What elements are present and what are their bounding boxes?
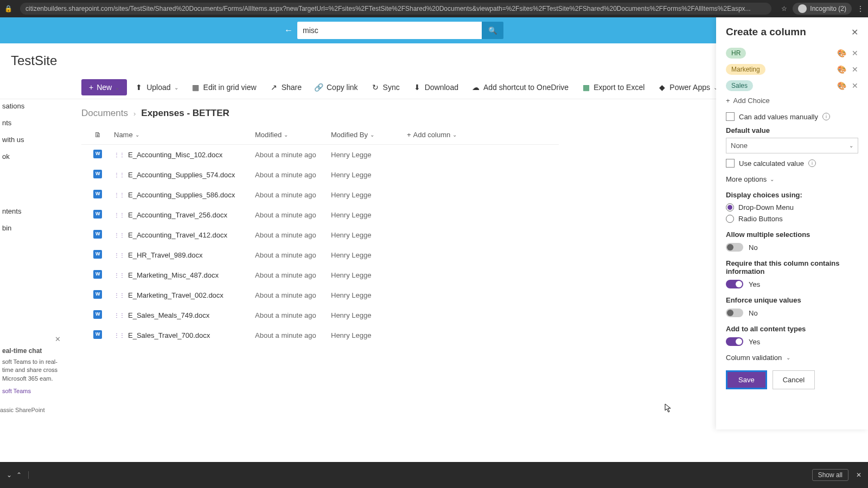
table-row[interactable]: ⋮⋮E_Accounting_Travel_412.docx About a m… xyxy=(81,225,559,245)
palette-icon[interactable]: 🎨 xyxy=(837,81,846,90)
palette-icon[interactable]: 🎨 xyxy=(837,65,846,74)
copy-link-button[interactable]: 🔗 Copy link xyxy=(309,80,363,95)
table-row[interactable]: ⋮⋮E_Accounting_Supplies_574.docx About a… xyxy=(81,165,559,185)
search-button[interactable]: 🔍 xyxy=(482,22,503,39)
new-indicator-icon: ⋮⋮ xyxy=(114,212,125,218)
browser-menu-icon[interactable]: ⋮ xyxy=(857,5,864,12)
name-column-header[interactable]: Name ⌄ xyxy=(114,131,255,139)
modified-column-header[interactable]: Modified ⌄ xyxy=(255,131,331,139)
table-row[interactable]: ⋮⋮E_Sales_Meals_749.docx About a minute … xyxy=(81,305,559,325)
file-name[interactable]: E_HR_Travel_989.docx xyxy=(128,251,203,259)
remove-choice-icon[interactable]: ✕ xyxy=(852,49,858,57)
palette-icon[interactable]: 🎨 xyxy=(837,49,846,57)
choice-pill[interactable]: Marketing xyxy=(726,64,765,75)
require-toggle[interactable] xyxy=(726,280,743,288)
add-choice-button[interactable]: + Add Choice xyxy=(726,97,858,105)
modified-by-cell[interactable]: Henry Legge xyxy=(331,331,407,339)
remove-choice-icon[interactable]: ✕ xyxy=(852,81,858,90)
info-icon[interactable]: i xyxy=(808,159,816,167)
power-apps-button[interactable]: ◆ Power Apps ⌄ xyxy=(652,80,723,95)
download-button[interactable]: ⬇ Download xyxy=(407,80,464,95)
modified-by-column-header[interactable]: Modified By ⌄ xyxy=(331,131,407,139)
info-icon[interactable]: i xyxy=(822,113,830,120)
add-column-button[interactable]: + Add column ⌄ xyxy=(407,131,472,139)
file-name[interactable]: E_Marketing_Misc_487.docx xyxy=(128,271,219,279)
table-row[interactable]: ⋮⋮E_HR_Travel_989.docx About a minute ag… xyxy=(81,245,559,265)
modified-by-cell[interactable]: Henry Legge xyxy=(331,311,407,319)
teams-link[interactable]: soft Teams xyxy=(2,387,60,395)
search-back-icon[interactable]: ← xyxy=(280,22,297,39)
close-icon[interactable]: ✕ xyxy=(851,27,858,37)
upload-button[interactable]: ⬆ Upload ⌄ xyxy=(129,80,183,95)
require-label: Require that this column contains inform… xyxy=(726,259,858,275)
dropdown-radio[interactable]: Drop-Down Menu xyxy=(726,203,858,211)
file-name[interactable]: E_Accounting_Travel_256.docx xyxy=(128,211,227,219)
file-name[interactable]: E_Sales_Travel_700.docx xyxy=(128,331,210,339)
allow-multi-toggle[interactable] xyxy=(726,243,743,252)
choice-pill[interactable]: Sales xyxy=(726,80,753,91)
table-row[interactable]: ⋮⋮E_Accounting_Travel_256.docx About a m… xyxy=(81,205,559,225)
file-name[interactable]: E_Marketing_Travel_002.docx xyxy=(128,291,224,299)
nav-item[interactable]: bin xyxy=(0,220,65,236)
nav-item[interactable]: nts xyxy=(0,114,65,131)
chevron-down-icon[interactable]: ⌄ xyxy=(7,471,12,479)
column-validation-toggle[interactable]: Column validation ⌄ xyxy=(726,354,858,362)
table-row[interactable]: ⋮⋮E_Marketing_Misc_487.docx About a minu… xyxy=(81,265,559,285)
unique-toggle[interactable] xyxy=(726,309,743,317)
remove-choice-icon[interactable]: ✕ xyxy=(852,65,858,74)
file-name[interactable]: E_Sales_Meals_749.docx xyxy=(128,311,209,319)
share-button[interactable]: ↗ Share xyxy=(264,80,307,95)
url-bar[interactable]: citizenbuilders.sharepoint.com/sites/Tes… xyxy=(20,3,771,15)
more-options-toggle[interactable]: More options ⌄ xyxy=(726,175,858,183)
close-icon[interactable]: ✕ xyxy=(55,335,61,343)
classic-sharepoint-link[interactable]: assic SharePoint xyxy=(0,407,45,413)
bookmark-star-icon[interactable]: ☆ xyxy=(781,5,787,12)
modified-by-cell[interactable]: Henry Legge xyxy=(331,271,407,279)
chevron-up-icon[interactable]: ⌃ xyxy=(16,471,22,479)
save-button[interactable]: Save xyxy=(726,370,767,389)
file-name[interactable]: E_Accounting_Supplies_586.docx xyxy=(128,191,235,199)
chevron-right-icon: › xyxy=(133,110,136,118)
new-indicator-icon: ⋮⋮ xyxy=(114,252,125,258)
edit-grid-button[interactable]: ▦ Edit in grid view xyxy=(186,80,262,95)
shortcut-button[interactable]: ☁ Add shortcut to OneDrive xyxy=(466,80,574,95)
can-add-manually-checkbox[interactable]: Can add values manually i xyxy=(726,112,858,121)
file-name[interactable]: E_Accounting_Travel_412.docx xyxy=(128,231,227,239)
nav-item[interactable]: with us xyxy=(0,131,65,148)
modified-by-cell[interactable]: Henry Legge xyxy=(331,251,407,259)
nav-item[interactable]: sations xyxy=(0,98,65,114)
radio-buttons-radio[interactable]: Radio Buttons xyxy=(726,215,858,223)
modified-by-cell[interactable]: Henry Legge xyxy=(331,211,407,219)
choice-pill[interactable]: HR xyxy=(726,48,746,59)
file-name[interactable]: E_Accounting_Misc_102.docx xyxy=(128,151,222,159)
nav-item[interactable]: ntents xyxy=(0,203,65,220)
toggle-value: No xyxy=(749,243,758,252)
file-name[interactable]: E_Accounting_Supplies_574.docx xyxy=(128,171,235,179)
modified-by-cell[interactable]: Henry Legge xyxy=(331,231,407,239)
incognito-badge[interactable]: Incognito (2) xyxy=(793,3,852,15)
cancel-button[interactable]: Cancel xyxy=(773,370,815,389)
table-row[interactable]: ⋮⋮E_Accounting_Misc_102.docx About a min… xyxy=(81,145,559,165)
default-value-select[interactable]: None ⌄ xyxy=(726,138,858,153)
use-calculated-checkbox[interactable]: Use calculated value i xyxy=(726,159,858,168)
file-type-column-header[interactable]: 🗎 xyxy=(81,131,114,139)
new-button[interactable]: + New ⌄ xyxy=(81,79,127,95)
table-row[interactable]: ⋮⋮E_Accounting_Supplies_586.docx About a… xyxy=(81,185,559,205)
sync-button[interactable]: ↻ Sync xyxy=(366,80,405,95)
close-icon[interactable]: ✕ xyxy=(856,471,861,479)
lock-icon: 🔒 xyxy=(4,5,12,12)
modified-by-cell[interactable]: Henry Legge xyxy=(331,171,407,179)
breadcrumb-root[interactable]: Documents xyxy=(81,108,128,119)
show-all-button[interactable]: Show all xyxy=(812,469,848,481)
table-row[interactable]: ⋮⋮E_Sales_Travel_700.docx About a minute… xyxy=(81,325,559,345)
modified-by-cell[interactable]: Henry Legge xyxy=(331,291,407,299)
nav-item[interactable]: ok xyxy=(0,148,65,165)
export-excel-button[interactable]: ▦ Export to Excel xyxy=(576,80,650,95)
modified-by-cell[interactable]: Henry Legge xyxy=(331,191,407,199)
modified-by-cell[interactable]: Henry Legge xyxy=(331,151,407,159)
url-text: citizenbuilders.sharepoint.com/sites/Tes… xyxy=(25,5,751,12)
search-input[interactable] xyxy=(297,22,482,39)
table-row[interactable]: ⋮⋮E_Marketing_Travel_002.docx About a mi… xyxy=(81,285,559,305)
chevron-down-icon: ⌄ xyxy=(452,132,457,138)
add-all-toggle[interactable] xyxy=(726,337,743,346)
